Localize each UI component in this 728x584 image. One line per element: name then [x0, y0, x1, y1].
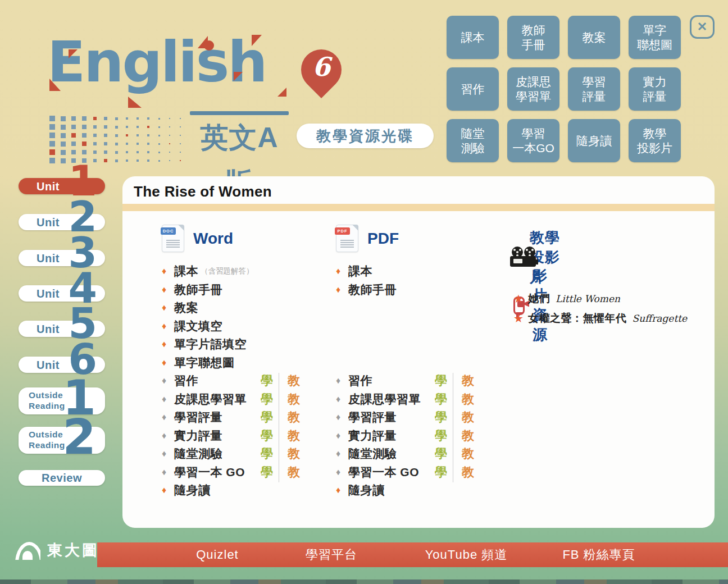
diamond-bullet: ♦	[162, 266, 174, 276]
bottom-photo-strip	[0, 580, 728, 584]
footer-link-platform[interactable]: 學習平台	[306, 542, 357, 567]
teacher-version-link[interactable]: 教	[462, 391, 474, 408]
menu-button-ability-assessment[interactable]: 實力 評量	[629, 67, 681, 111]
video-item[interactable]: ★ 她們 Little Women	[513, 289, 715, 308]
video-title: 女權之聲：無懼年代	[528, 311, 627, 326]
diamond-bullet: ♦	[162, 485, 174, 495]
list-item[interactable]: ♦隨身讀	[162, 481, 330, 500]
menu-button-textbook[interactable]: 課本	[447, 16, 499, 59]
logo-accent-triangle	[277, 88, 286, 97]
teacher-version-link[interactable]: 教	[462, 409, 474, 426]
doc-badge: DOC	[161, 227, 176, 235]
english-logo: English	[47, 29, 266, 95]
sidebar-item-unit-1[interactable]: Unit 1	[19, 178, 105, 194]
list-item[interactable]: ♦習作學教	[336, 372, 504, 390]
list-item[interactable]: ♦隨身讀	[336, 481, 504, 500]
list-item[interactable]: ♦學習一本 GO學教	[162, 463, 330, 481]
teacher-version-link[interactable]: 教	[288, 391, 300, 408]
student-version-link[interactable]: 學	[261, 391, 273, 408]
list-item[interactable]: ♦單字聯想圖	[162, 353, 330, 372]
arch-logo-icon	[15, 541, 40, 560]
menu-button-pirls-worksheet[interactable]: 皮課思 學習單	[507, 67, 559, 111]
list-item[interactable]: ♦學習評量學教	[336, 408, 504, 427]
content-panel: The Rise of Women DOC Word ♦課本（含習題解答） ♦教…	[122, 176, 715, 528]
teacher-version-link[interactable]: 教	[462, 372, 474, 389]
menu-button-pocket-reader[interactable]: 隨身讀	[568, 119, 620, 162]
menu-button-learning-assessment[interactable]: 學習 評量	[568, 67, 620, 111]
list-item[interactable]: ♦單字片語填空	[162, 335, 330, 354]
list-item[interactable]: ♦皮課思學習單學教	[336, 390, 504, 408]
menu-button-workbook[interactable]: 習作	[447, 67, 499, 111]
footer-link-youtube[interactable]: YouTube 頻道	[425, 542, 508, 567]
list-item[interactable]: ♦教師手冊	[336, 280, 504, 299]
list-item[interactable]: ♦課本	[336, 262, 504, 281]
teacher-version-link[interactable]: 教	[462, 464, 474, 481]
teacher-version-link[interactable]: 教	[462, 445, 474, 462]
video-title: 她們	[528, 291, 550, 306]
list-item[interactable]: ♦皮課思學習單學教	[162, 390, 330, 408]
item-label: 實力評量	[174, 428, 222, 444]
diamond-bullet: ♦	[162, 412, 174, 422]
diamond-bullet: ♦	[162, 321, 174, 331]
video-item[interactable]: ★ 女權之聲：無懼年代 Suffragette	[513, 308, 715, 328]
list-item[interactable]: ♦課本（含習題解答）	[162, 262, 330, 281]
footer-link-facebook[interactable]: FB 粉絲專頁	[562, 542, 635, 567]
teacher-version-link[interactable]: 教	[288, 464, 300, 481]
unit-label: Review	[19, 472, 105, 485]
list-item[interactable]: ♦教師手冊	[162, 280, 330, 299]
menu-button-lesson-plan[interactable]: 教案	[568, 16, 620, 59]
student-version-link[interactable]: 學	[435, 409, 447, 426]
list-item[interactable]: ♦學習一本 GO學教	[336, 463, 504, 481]
student-version-link[interactable]: 學	[261, 445, 273, 462]
item-label: 學習一本 GO	[174, 464, 245, 480]
item-label: 教師手冊	[174, 282, 222, 298]
edition-top-rule	[190, 111, 289, 115]
student-version-link[interactable]: 學	[261, 427, 273, 444]
menu-button-study-go[interactable]: 學習 一本GO	[507, 119, 559, 162]
student-version-link[interactable]: 學	[435, 372, 447, 389]
teacher-version-link[interactable]: 教	[288, 372, 300, 389]
menu-button-teacher-manual[interactable]: 教師 手冊	[507, 16, 559, 59]
sidebar-item-unit-5[interactable]: Unit 5	[19, 321, 105, 337]
list-item[interactable]: ♦實力評量學教	[162, 426, 330, 445]
teacher-version-link[interactable]: 教	[462, 427, 474, 444]
diamond-bullet: ♦	[336, 376, 348, 386]
teacher-version-link[interactable]: 教	[288, 409, 300, 426]
list-item[interactable]: ♦隨堂測驗學教	[336, 445, 504, 463]
student-version-link[interactable]: 學	[435, 427, 447, 444]
diamond-bullet: ♦	[336, 485, 348, 495]
menu-button-teaching-slides[interactable]: 教學 投影片	[629, 119, 681, 162]
diamond-bullet: ♦	[336, 449, 348, 459]
list-item[interactable]: ♦學習評量學教	[162, 408, 330, 427]
pdf-item-list: ♦課本 ♦教師手冊 ♦習作學教 ♦皮課思學習單學教 ♦學習評量學教 ♦實力評量學…	[336, 262, 504, 500]
list-item[interactable]: ♦教案	[162, 299, 330, 317]
word-section-title: Word	[193, 230, 233, 248]
teacher-version-link[interactable]: 教	[288, 427, 300, 444]
menu-button-quiz[interactable]: 隨堂 測驗	[447, 119, 499, 162]
list-gap	[336, 299, 504, 372]
student-version-link[interactable]: 學	[435, 445, 447, 462]
student-version-link[interactable]: 學	[261, 372, 273, 389]
list-item[interactable]: ♦實力評量學教	[336, 426, 504, 445]
sidebar-item-outside-reading-2[interactable]: Outside Reading 2	[19, 427, 105, 454]
student-version-link[interactable]: 學	[261, 464, 273, 481]
student-version-link[interactable]: 學	[261, 409, 273, 426]
item-label: 課文填空	[174, 318, 222, 334]
item-label: 隨堂測驗	[348, 446, 397, 462]
item-label: 學習一本 GO	[348, 464, 419, 480]
footer-link-quizlet[interactable]: Quizlet	[196, 542, 238, 567]
list-item[interactable]: ♦隨堂測驗學教	[162, 445, 330, 463]
close-button[interactable]: ✕	[690, 15, 715, 39]
item-label: 習作	[174, 373, 198, 389]
teacher-version-link[interactable]: 教	[288, 445, 300, 462]
list-item[interactable]: ♦課文填空	[162, 317, 330, 335]
student-version-link[interactable]: 學	[435, 391, 447, 408]
sidebar-item-review[interactable]: Review	[19, 470, 105, 486]
student-version-link[interactable]: 學	[435, 464, 447, 481]
item-label: 隨身讀	[348, 482, 385, 498]
sidebar-item-unit-2[interactable]: Unit 2	[19, 214, 105, 230]
menu-button-word-map[interactable]: 單字 聯想圖	[629, 16, 681, 59]
diamond-bullet: ♦	[162, 449, 174, 459]
list-item[interactable]: ♦習作學教	[162, 372, 330, 390]
diamond-bullet: ♦	[162, 339, 174, 349]
